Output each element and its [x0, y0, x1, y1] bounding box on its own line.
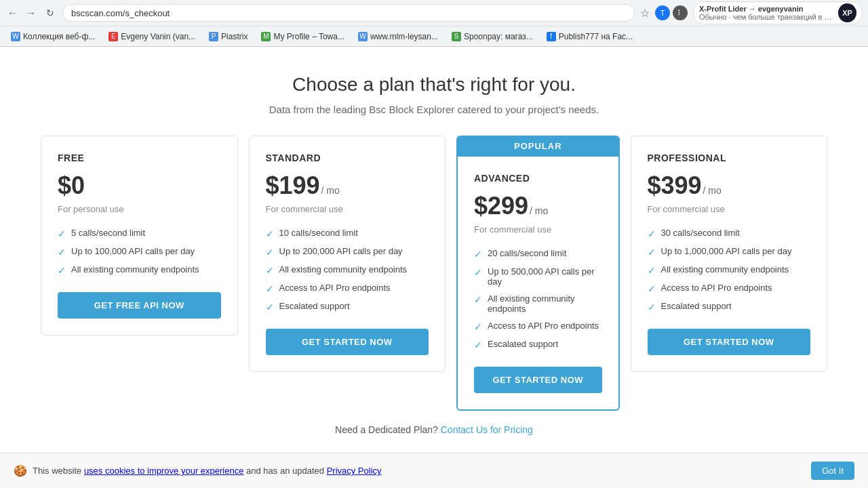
bookmark-2[interactable]: P Piastrix [203, 30, 253, 43]
plan-per-mo-advanced: / mo [530, 205, 548, 216]
popular-badge: POPULAR [456, 136, 620, 157]
bookmark-5[interactable]: S Spoonpay: магаз... [446, 30, 538, 43]
plan-desc-standard: For commercial use [266, 204, 429, 214]
feature-professional-1: ✓ Up to 1,000,000 API calls per day [648, 246, 811, 258]
feature-list-professional: ✓ 30 calls/second limit ✓ Up to 1,000,00… [648, 228, 811, 312]
bookmark-4[interactable]: W www.mlm-leysan... [353, 30, 443, 43]
bookmark-favicon-3: M [261, 32, 271, 41]
page-content: Choose a plan that's right for you. Data… [0, 47, 868, 449]
feature-standard-2: ✓ All existing community endpoints [266, 264, 429, 276]
check-icon: ✓ [266, 265, 274, 276]
plan-card-standard: STANDARD $199 / mo For commercial use ✓ … [249, 136, 446, 372]
bookmark-1[interactable]: E Evgeny Vanin (van... [103, 30, 201, 43]
bookmark-favicon-1: E [108, 32, 118, 41]
plan-card-professional: PROFESSIONAL $399 / mo For commercial us… [631, 136, 828, 372]
plan-name-professional: PROFESSIONAL [648, 152, 811, 163]
cta-button-professional[interactable]: GET STARTED NOW [648, 329, 811, 355]
plan-price-standard: $199 [266, 171, 320, 200]
dedicated-link[interactable]: Contact Us for Pricing [441, 424, 533, 435]
dedicated-text: Need a Dedicated Plan? [335, 424, 438, 435]
refresh-button[interactable]: ↻ [43, 6, 57, 20]
cta-button-free[interactable]: GET FREE API NOW [58, 292, 221, 319]
feature-advanced-0: ✓ 20 calls/second limit [474, 248, 602, 260]
bookmark-label-1: Evgeny Vanin (van... [121, 32, 195, 41]
feature-list-advanced: ✓ 20 calls/second limit ✓ Up to 500,000 … [474, 248, 602, 350]
check-icon: ✓ [648, 302, 656, 312]
bookmark-label-0: Коллекция веб-ф... [23, 32, 95, 41]
feature-standard-0: ✓ 10 calls/second limit [266, 228, 429, 239]
extension-icon-telegram[interactable]: T [655, 5, 670, 20]
check-icon: ✓ [58, 228, 66, 239]
check-icon: ✓ [648, 228, 656, 239]
plan-price-row-advanced: $299 / mo [474, 192, 602, 220]
plan-wrapper-advanced: POPULAR ADVANCED $299 / mo For commercia… [456, 136, 620, 411]
feature-advanced-1: ✓ Up to 500,000 API calls per day [474, 266, 602, 287]
cookie-link-cookies[interactable]: uses cookies to improve your experience [84, 466, 244, 476]
browser-toolbar: ← → ↻ bscscan.com/s_checkout ☆ T ⠇ X-Pro… [0, 0, 868, 26]
extension-icon-misc[interactable]: ⠇ [673, 5, 688, 20]
bookmark-label-4: www.mlm-leysan... [370, 32, 438, 41]
bookmark-favicon-4: W [358, 32, 368, 41]
feature-standard-1: ✓ Up to 200,000 API calls per day [266, 246, 429, 258]
bookmark-0[interactable]: W Коллекция веб-ф... [5, 30, 100, 43]
bookmark-star-icon[interactable]: ☆ [640, 7, 650, 20]
check-icon: ✓ [474, 249, 482, 260]
bookmark-favicon-2: P [209, 32, 218, 41]
feature-free-0: ✓ 5 calls/second limit [58, 228, 221, 239]
cookie-got-it-button[interactable]: Got It [811, 462, 854, 480]
check-icon: ✓ [58, 265, 66, 276]
page-subtitle: Data from the leading Bsc Block Explorer… [269, 104, 599, 115]
bookmark-label-2: Piastrix [221, 32, 248, 41]
plan-name-advanced: ADVANCED [474, 173, 602, 184]
pricing-cards: FREE $0 For personal use ✓ 5 calls/secon… [41, 136, 827, 411]
bookmark-6[interactable]: f Publish777 на Fac... [541, 30, 638, 43]
plan-name-free: FREE [58, 152, 221, 163]
plan-card-advanced: ADVANCED $299 / mo For commercial use ✓ … [456, 157, 620, 411]
check-icon: ✓ [474, 321, 482, 332]
check-icon: ✓ [266, 302, 274, 312]
check-icon: ✓ [266, 228, 274, 239]
profile-name: X-Profit Lider → evgenyvanin [699, 5, 834, 13]
plan-price-row-standard: $199 / mo [266, 171, 429, 200]
dedicated-plan: Need a Dedicated Plan? Contact Us for Pr… [335, 424, 533, 435]
bookmark-label-3: My Profile – Towa... [273, 32, 344, 41]
plan-price-row-free: $0 [58, 171, 221, 200]
forward-button[interactable]: → [24, 6, 38, 20]
feature-standard-4: ✓ Escalated support [266, 301, 429, 312]
check-icon: ✓ [648, 283, 656, 294]
plan-price-professional: $399 [648, 171, 702, 200]
cookie-link-privacy[interactable]: Privacy Policy [327, 466, 382, 476]
feature-free-2: ✓ All existing community endpoints [58, 264, 221, 276]
plan-price-advanced: $299 [474, 192, 528, 220]
url-text: bscscan.com/s_checkout [71, 8, 170, 18]
feature-free-1: ✓ Up to 100,000 API calls per day [58, 246, 221, 258]
check-icon: ✓ [474, 340, 482, 350]
feature-advanced-4: ✓ Escalated support [474, 339, 602, 350]
profile-avatar: XP [838, 3, 856, 22]
bookmark-label-6: Publish777 на Fac... [559, 32, 633, 41]
bookmark-favicon-6: f [547, 32, 556, 41]
feature-advanced-2: ✓ All existing community endpoints [474, 293, 602, 314]
back-button[interactable]: ← [5, 6, 19, 20]
check-icon: ✓ [58, 247, 66, 258]
cookie-text: This website uses cookies to improve you… [33, 466, 382, 476]
plan-desc-advanced: For commercial use [474, 224, 602, 235]
address-bar[interactable]: bscscan.com/s_checkout [62, 4, 635, 22]
plan-desc-free: For personal use [58, 204, 221, 214]
browser-chrome: ← → ↻ bscscan.com/s_checkout ☆ T ⠇ X-Pro… [0, 0, 868, 47]
page-title: Choose a plan that's right for you. [292, 74, 576, 96]
plan-card-free: FREE $0 For personal use ✓ 5 calls/secon… [41, 136, 238, 336]
plan-desc-professional: For commercial use [648, 204, 811, 214]
check-icon: ✓ [474, 267, 482, 278]
bookmark-3[interactable]: M My Profile – Towa... [256, 30, 349, 43]
bookmarks-bar: W Коллекция веб-ф... E Evgeny Vanin (van… [0, 26, 868, 46]
plan-price-free: $0 [58, 171, 85, 200]
feature-professional-4: ✓ Escalated support [648, 301, 811, 312]
cta-button-advanced[interactable]: GET STARTED NOW [474, 367, 602, 393]
plan-price-row-professional: $399 / mo [648, 171, 811, 200]
check-icon: ✓ [648, 247, 656, 258]
feature-professional-2: ✓ All existing community endpoints [648, 264, 811, 276]
profile-section[interactable]: X-Profit Lider → evgenyvanin Обычно · че… [693, 1, 863, 24]
feature-list-free: ✓ 5 calls/second limit ✓ Up to 100,000 A… [58, 228, 221, 276]
cta-button-standard[interactable]: GET STARTED NOW [266, 329, 429, 355]
